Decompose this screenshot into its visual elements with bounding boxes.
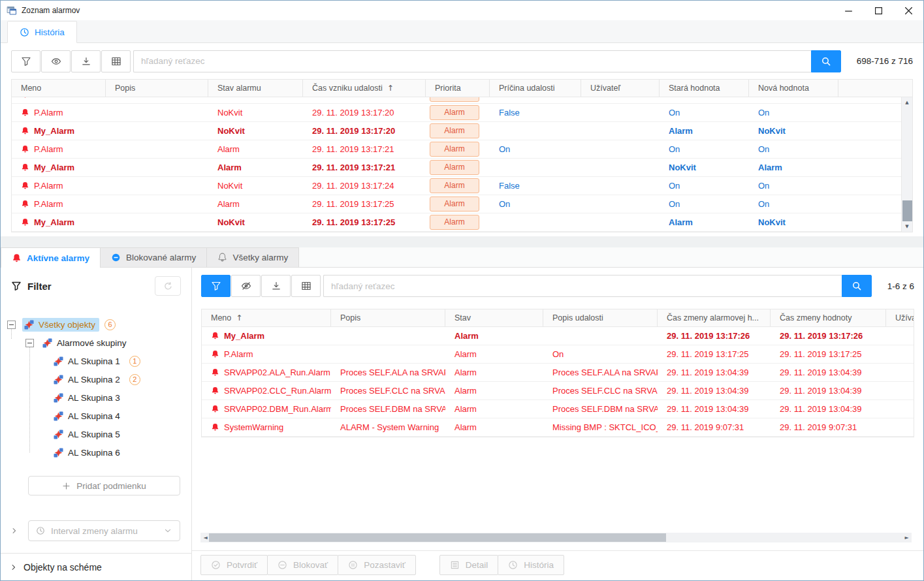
column-header[interactable]: Popis [106, 80, 208, 97]
cell-cas-zmeny-hodnoty: 29. 11. 2019 13:04:39 [771, 404, 886, 414]
collapse-toggle-icon[interactable] [7, 321, 16, 329]
column-header[interactable]: Užívateľ [581, 80, 660, 97]
close-button[interactable] [893, 1, 923, 20]
active-columns-button[interactable] [291, 275, 321, 297]
collapse-toggle-icon[interactable] [25, 339, 34, 347]
column-header[interactable]: Meno [12, 80, 106, 97]
cell-cas-zmeny-hodnoty: 29. 11. 2019 9:07:31 [771, 422, 886, 432]
table-grid-icon [111, 56, 121, 67]
history-search-button[interactable] [811, 50, 841, 72]
priority-badge: Alarm [430, 178, 479, 193]
history-row[interactable]: My_Alarm NoKvit 29. 11. 2019 13:17:25 Al… [12, 213, 901, 232]
filter-title: Filter [27, 281, 52, 292]
active-alarm-row[interactable]: SystemWarning ALARM - System Warning Ala… [202, 418, 914, 437]
column-header-label: Nová hodnota [758, 84, 809, 93]
active-search-input[interactable] [323, 275, 842, 297]
active-search-button[interactable] [842, 275, 872, 297]
chevron-down-icon [163, 526, 172, 535]
column-header[interactable]: Čas zmeny hodnoty [771, 309, 886, 326]
history-row[interactable]: P.Alarm Alarm 29. 11. 2019 13:17:21 Alar… [12, 140, 901, 159]
column-header[interactable]: Stará hodnota [660, 80, 749, 97]
history-row[interactable]: P.Alarm NoKvit 29. 11. 2019 13:17:20 Ala… [12, 104, 901, 122]
history-columns-button[interactable] [101, 50, 131, 72]
alarm-bell-icon [21, 163, 29, 172]
cell-stav-alarmu: NoKvit [208, 126, 303, 136]
action-footer: Potvrdiť Blokovať Pozastaviť Detail [192, 550, 923, 580]
plus-icon [62, 482, 71, 490]
download-icon [81, 56, 91, 67]
scroll-up-icon[interactable]: ▲ [902, 97, 912, 108]
history-row[interactable]: Alarm [12, 97, 901, 104]
objects-on-scheme-section[interactable]: Objekty na schéme [1, 553, 191, 580]
scroll-right-icon[interactable]: ► [902, 533, 912, 542]
history-button[interactable]: História [498, 555, 564, 575]
active-alarm-row[interactable]: SRVAPP02.CLC_Run.Alarm Proces SELF.CLC n… [202, 382, 914, 400]
alarm-count-badge: 1 [129, 356, 140, 367]
active-alarm-row[interactable]: My_Alarm Alarm 29. 11. 2019 13:17:26 29.… [202, 327, 914, 345]
column-header[interactable]: Priorita [426, 80, 490, 97]
active-alarm-row[interactable]: P.Alarm Alarm On 29. 11. 2019 13:17:25 2… [202, 345, 914, 364]
history-row[interactable]: My_Alarm NoKvit 29. 11. 2019 13:17:20 Al… [12, 122, 901, 140]
block-button[interactable]: Blokovať [267, 555, 338, 575]
active-alarm-row[interactable]: SRVAPP02.ALA_Run.Alarm Proces SELF.ALA n… [202, 364, 914, 382]
column-header[interactable]: Stav alarmu [208, 80, 303, 97]
add-condition-button[interactable]: Pridať podmienku [28, 476, 180, 495]
vertical-scrollbar[interactable]: ▲ ▼ [901, 97, 912, 232]
history-row[interactable]: P.Alarm Alarm 29. 11. 2019 13:17:25 Alar… [12, 195, 901, 213]
history-visibility-button[interactable] [41, 50, 71, 72]
column-header[interactable]: Stav [445, 309, 543, 326]
column-header[interactable]: Meno ↑ [202, 309, 331, 326]
refresh-button[interactable] [155, 276, 181, 296]
history-search-input[interactable] [133, 50, 811, 72]
horizontal-scrollbar[interactable]: ◄ ► [200, 533, 912, 542]
maximize-button[interactable] [863, 1, 893, 20]
tree-item[interactable]: Všetky objekty 6 [1, 315, 191, 334]
history-export-button[interactable] [71, 50, 101, 72]
alarm-bell-icon [21, 97, 29, 99]
cell-stav-alarmu: Alarm [208, 163, 303, 172]
cell-popis-udalosti: Proces SELF.ALA na SRVAP... [543, 368, 658, 377]
detail-button[interactable]: Detail [439, 555, 499, 575]
column-header[interactable]: Príčina udalosti [490, 80, 581, 97]
column-header-label: Popis [115, 84, 135, 93]
active-alarm-row[interactable]: SRVAPP02.DBM_Run.Alarm Proces SELF.DBM n… [202, 400, 914, 418]
filter-funnel-icon [11, 281, 22, 291]
history-row[interactable]: P.Alarm NoKvit 29. 11. 2019 13:17:24 Ala… [12, 177, 901, 195]
tab-blokovane-alarmy[interactable]: Blokované alarmy [100, 247, 207, 267]
column-header[interactable]: Čas zmeny alarmovej h... [658, 309, 771, 326]
tab-vsetky-alarmy[interactable]: Všetky alarmy [206, 247, 299, 267]
column-header-label: Stav [454, 313, 471, 322]
pause-button[interactable]: Pozastaviť [338, 555, 416, 575]
tab-aktivne-alarmy[interactable]: Aktívne alarmy [1, 247, 101, 268]
column-header-label: Čas zmeny hodnoty [780, 313, 852, 322]
column-header-label: Meno [21, 84, 41, 93]
history-table-body: Alarm P.Alarm NoKvit 29. [12, 97, 912, 232]
column-header[interactable]: Popis udalosti [543, 309, 658, 326]
history-row[interactable]: My_Alarm Alarm 29. 11. 2019 13:17:21 Ala… [12, 159, 901, 177]
eye-icon [51, 56, 61, 67]
scroll-down-icon[interactable]: ▼ [902, 221, 912, 232]
column-header[interactable]: Popis [331, 309, 445, 326]
column-header[interactable]: Čas vzniku udalosti ↑ [303, 80, 426, 97]
alarm-group-icon [54, 393, 63, 403]
column-header-label: Príčina udalosti [499, 84, 554, 93]
confirm-button[interactable]: Potvrdiť [200, 555, 268, 575]
column-header[interactable]: Užívateľ [886, 309, 914, 326]
active-export-button[interactable] [261, 275, 291, 297]
cell-popis-udalosti: Proces SELF.CLC na SRVAP... [543, 386, 658, 396]
history-filter-button[interactable] [11, 50, 40, 72]
cell-stav-alarmu: NoKvit [208, 181, 303, 191]
priority-badge: Alarm [430, 196, 479, 211]
interval-row: Interval zmeny alarmu [7, 520, 180, 541]
scrollbar-thumb[interactable] [902, 200, 912, 221]
active-filter-button[interactable] [201, 275, 231, 297]
expand-section-button[interactable] [7, 527, 22, 535]
active-visibility-off-button[interactable] [231, 275, 261, 297]
column-header[interactable]: Nová hodnota [749, 80, 838, 97]
tab-historia[interactable]: História [7, 21, 77, 43]
scrollbar-thumb[interactable] [209, 533, 666, 542]
header-filler [838, 80, 912, 97]
minimize-button[interactable] [833, 1, 863, 20]
cell-meno: My_Alarm [34, 126, 74, 136]
interval-select[interactable]: Interval zmeny alarmu [28, 520, 180, 541]
